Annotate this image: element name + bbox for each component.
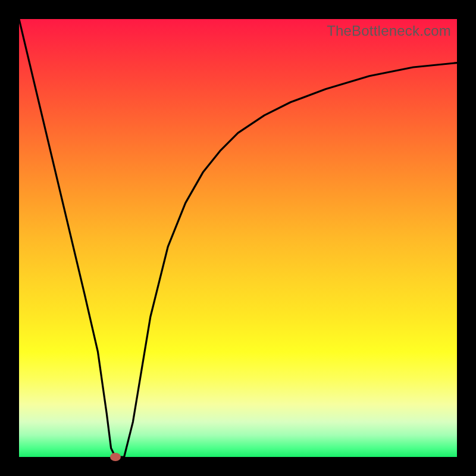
- chart-frame: TheBottleneck.com: [0, 0, 476, 476]
- notch-marker: [110, 453, 121, 461]
- curve-svg: [19, 19, 457, 457]
- plot-area: TheBottleneck.com: [19, 19, 457, 457]
- bottleneck-curve: [19, 19, 457, 457]
